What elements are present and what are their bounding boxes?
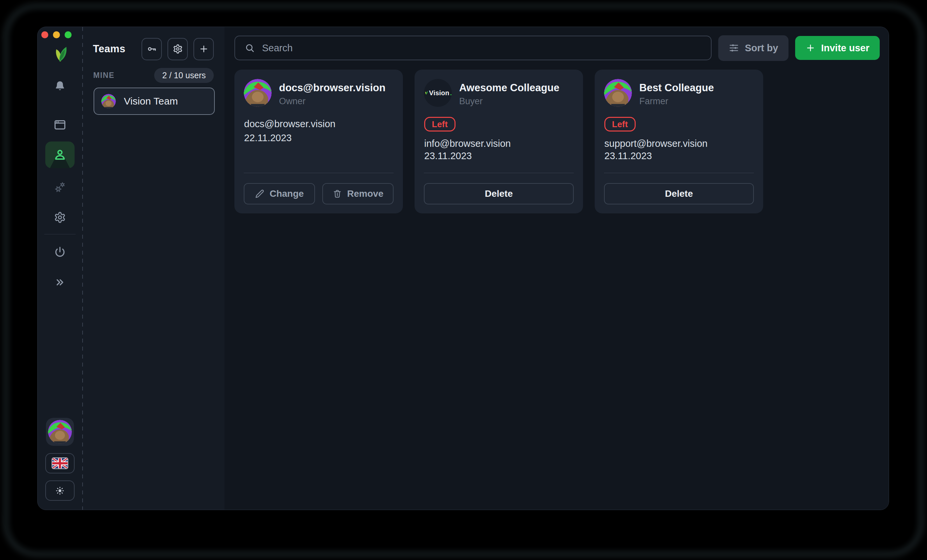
section-label: MINE [93, 71, 114, 80]
member-name: Awesome Colleague [459, 82, 559, 94]
member-avatar [604, 79, 632, 107]
member-card-header: Vision. Awesome Colleague Buyer [424, 79, 574, 107]
delete-label: Delete [485, 188, 513, 199]
member-email: docs@browser.vision [244, 118, 335, 129]
theme-toggle-button[interactable] [45, 480, 74, 501]
member-name: docs@browser.vision [279, 82, 386, 94]
search-icon [245, 42, 255, 53]
card-actions: Change Remove [244, 183, 394, 205]
plus-icon [805, 43, 816, 53]
remove-button[interactable]: Remove [322, 183, 394, 205]
member-identity: Awesome Colleague Buyer [459, 79, 559, 107]
sidebar-item-teams-active[interactable] [45, 141, 74, 168]
member-role: Owner [279, 96, 386, 106]
member-name: Best Colleague [639, 82, 714, 94]
card-actions: Delete [604, 183, 754, 205]
member-identity: Best Colleague Farmer [639, 79, 714, 107]
zoom-window-button[interactable] [65, 31, 71, 38]
change-button[interactable]: Change [244, 183, 315, 205]
card-divider [424, 173, 574, 173]
member-identity: docs@browser.vision Owner [279, 79, 386, 107]
teams-section-row: MINE 2 / 10 users [93, 68, 214, 83]
team-avatar [101, 94, 116, 109]
member-avatar [244, 79, 272, 107]
member-card: docs@browser.vision Owner docs@browser.v… [234, 70, 403, 213]
teams-panel: Teams MINE 2 / 10 users Vision Team [83, 27, 225, 510]
leaf-logo-icon [424, 90, 429, 96]
sidebar-item-power[interactable] [53, 246, 67, 259]
person-icon [52, 147, 68, 162]
minimize-window-button[interactable] [53, 31, 60, 38]
sidebar-expand-button[interactable] [54, 276, 66, 288]
teams-panel-actions [141, 38, 214, 60]
delete-button[interactable]: Delete [604, 183, 754, 205]
delete-label: Delete [665, 188, 693, 199]
page-title: Teams [93, 43, 125, 55]
gear-icon [54, 211, 66, 223]
member-date: 23.11.2023 [604, 150, 652, 161]
chevrons-right-icon [54, 276, 66, 288]
sort-by-label: Sort by [745, 42, 778, 54]
trash-icon [333, 189, 342, 199]
member-email: info@browser.vision [424, 138, 511, 149]
main-content: Sort by Invite user docs@browser.vision … [225, 27, 889, 510]
remove-label: Remove [347, 188, 384, 199]
sidebar-item-browsers[interactable] [53, 118, 67, 132]
sliders-icon [729, 42, 739, 53]
vision-logo-text: Vision [429, 89, 450, 97]
member-card-header: Best Colleague Farmer [604, 79, 754, 107]
user-avatar-button[interactable] [46, 418, 74, 446]
member-role: Buyer [459, 96, 559, 106]
gear-icon [173, 44, 183, 54]
app-window: Teams MINE 2 / 10 users Vision Team [37, 27, 889, 510]
status-badge-left: Left [424, 117, 456, 132]
member-avatar-vision-logo: Vision. [424, 79, 452, 107]
change-label: Change [270, 188, 304, 199]
search-input[interactable] [262, 42, 702, 54]
sidebar [38, 27, 82, 510]
power-icon [53, 246, 67, 259]
member-date: 22.11.2023 [244, 132, 292, 144]
member-card: Vision. Awesome Colleague Buyer Left inf… [415, 70, 583, 213]
team-list-item[interactable]: Vision Team [94, 88, 215, 115]
member-email: support@browser.vision [604, 138, 708, 149]
team-name: Vision Team [124, 96, 178, 107]
search-field [234, 36, 711, 60]
vision-logo-dot: . [450, 89, 452, 97]
card-divider [244, 173, 394, 173]
team-keys-button[interactable] [141, 38, 162, 60]
invite-user-label: Invite user [821, 42, 869, 54]
sidebar-item-settings[interactable] [54, 211, 66, 223]
sidebar-item-notifications[interactable] [53, 80, 67, 93]
users-count-badge: 2 / 10 users [154, 68, 214, 83]
sort-by-button[interactable]: Sort by [718, 35, 789, 61]
add-team-button[interactable] [193, 38, 214, 60]
app-logo [50, 44, 70, 66]
gears-icon [53, 181, 67, 194]
sun-icon [55, 486, 65, 496]
status-badge-left: Left [604, 117, 636, 132]
uk-flag-icon [52, 458, 68, 469]
sidebar-item-automation[interactable] [53, 181, 67, 194]
browser-window-icon [53, 118, 67, 132]
member-role: Farmer [639, 96, 714, 106]
window-controls [41, 31, 71, 38]
language-button[interactable] [45, 453, 74, 473]
avatar [48, 420, 72, 444]
delete-button[interactable]: Delete [424, 183, 574, 205]
team-settings-button[interactable] [167, 38, 188, 60]
toolbar: Sort by Invite user [234, 35, 880, 61]
plus-icon [199, 44, 209, 54]
member-date: 23.11.2023 [424, 150, 472, 161]
card-actions: Delete [424, 183, 574, 205]
members-grid: docs@browser.vision Owner docs@browser.v… [234, 70, 880, 213]
close-window-button[interactable] [41, 31, 48, 38]
bell-icon [53, 80, 67, 93]
member-card: Best Colleague Farmer Left support@brows… [595, 70, 763, 213]
invite-user-button[interactable]: Invite user [795, 36, 880, 60]
leaf-logo-icon [50, 44, 70, 66]
sidebar-rule [44, 234, 76, 234]
teams-panel-header: Teams [93, 37, 214, 61]
key-icon [147, 44, 157, 54]
card-divider [604, 173, 754, 173]
